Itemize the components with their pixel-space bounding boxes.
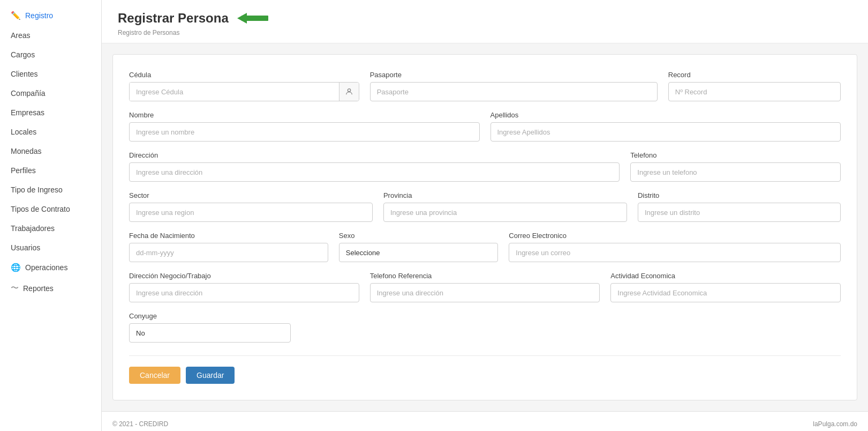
nombre-label: Nombre: [129, 111, 480, 119]
conyugue-select[interactable]: No Sí: [129, 323, 291, 343]
pasaporte-label: Pasaporte: [370, 71, 658, 79]
chart-icon: 〜: [11, 283, 19, 293]
sexo-select[interactable]: Seleccione Masculino Femenino: [339, 243, 498, 262]
direccion-input[interactable]: [129, 162, 620, 182]
sexo-group: Sexo Seleccione Masculino Femenino: [339, 232, 498, 262]
telefono-ref-input[interactable]: [370, 283, 600, 302]
telefono-input[interactable]: [630, 162, 841, 182]
main-content: Registrar Persona Registro de Personas C…: [102, 0, 868, 431]
row-fecha-sexo-correo: Fecha de Nacimiento Sexo Seleccione Masc…: [129, 232, 841, 262]
form-actions: Cancelar Guardar: [129, 355, 841, 384]
back-arrow-icon: [237, 10, 275, 27]
sector-input[interactable]: [129, 203, 373, 222]
sidebar-item-locales[interactable]: Locales: [0, 122, 101, 142]
row-cedula-pasaporte-record: Cédula Pasaporte Record: [129, 71, 841, 101]
cedula-input[interactable]: [130, 83, 339, 101]
sidebar-item-cargos[interactable]: Cargos: [0, 45, 101, 64]
breadcrumb: Registro de Personas: [118, 29, 852, 36]
apellidos-group: Apellidos: [490, 111, 841, 142]
cedula-input-wrapper: [129, 82, 359, 101]
telefono-ref-label: Telefono Referencia: [370, 272, 600, 280]
record-group: Record: [668, 71, 841, 101]
fecha-nacimiento-label: Fecha de Nacimiento: [129, 232, 328, 240]
sidebar-item-compania[interactable]: Compañía: [0, 84, 101, 103]
correo-group: Correo Electronico: [509, 232, 841, 262]
sidebar-item-operaciones[interactable]: 🌐 Operaciones: [0, 257, 101, 278]
cancel-button[interactable]: Cancelar: [129, 367, 180, 384]
sexo-label: Sexo: [339, 232, 498, 240]
sidebar-item-empresas[interactable]: Empresas: [0, 103, 101, 122]
correo-label: Correo Electronico: [509, 232, 841, 240]
actividad-economica-input[interactable]: [610, 283, 841, 302]
save-button[interactable]: Guardar: [186, 367, 235, 384]
actividad-economica-group: Actividad Economica: [610, 272, 841, 302]
cedula-group: Cédula: [129, 71, 359, 101]
edit-icon: ✏️: [11, 11, 21, 20]
provincia-label: Provincia: [383, 191, 627, 199]
distrito-group: Distrito: [638, 191, 841, 222]
sidebar-item-monedas[interactable]: Monedas: [0, 142, 101, 161]
sidebar-item-reportes[interactable]: 〜 Reportes: [0, 278, 101, 299]
globe-icon: 🌐: [11, 263, 21, 272]
nombre-group: Nombre: [129, 111, 480, 142]
sector-label: Sector: [129, 191, 373, 199]
distrito-label: Distrito: [638, 191, 841, 199]
svg-rect-2: [241, 16, 248, 21]
conyugue-group: Conyuge No Sí: [129, 312, 291, 343]
telefono-label: Telefono: [630, 151, 841, 159]
distrito-input[interactable]: [638, 203, 841, 222]
apellidos-input[interactable]: [490, 122, 841, 142]
cedula-label: Cédula: [129, 71, 359, 79]
telefono-group: Telefono: [630, 151, 841, 182]
nombre-input[interactable]: [129, 122, 480, 142]
provincia-input[interactable]: [383, 203, 627, 222]
direccion-negocio-input[interactable]: [129, 283, 359, 302]
page-header: Registrar Persona Registro de Personas: [102, 0, 868, 43]
row-nombre-apellidos: Nombre Apellidos: [129, 111, 841, 142]
sidebar-item-tipo-ingreso[interactable]: Tipo de Ingreso: [0, 180, 101, 199]
correo-input[interactable]: [509, 243, 841, 262]
fecha-nacimiento-input[interactable]: [129, 243, 328, 262]
record-label: Record: [668, 71, 841, 79]
page-title: Registrar Persona: [118, 11, 229, 26]
svg-rect-0: [247, 16, 268, 21]
sidebar-item-usuarios[interactable]: Usuarios: [0, 238, 101, 257]
footer-copyright: © 2021 - CREDIRD: [112, 420, 168, 428]
row-sector-provincia-distrito: Sector Provincia Distrito: [129, 191, 841, 222]
actividad-economica-label: Actividad Economica: [610, 272, 841, 280]
record-input[interactable]: [668, 82, 841, 101]
fecha-nacimiento-group: Fecha de Nacimiento: [129, 232, 328, 262]
direccion-label: Dirección: [129, 151, 620, 159]
svg-point-3: [348, 89, 350, 92]
sidebar-item-areas[interactable]: Areas: [0, 26, 101, 45]
sidebar-item-trabajadores[interactable]: Trabajadores: [0, 219, 101, 238]
sidebar: ✏️ Registro Areas Cargos Clientes Compañ…: [0, 0, 102, 431]
row-conyugue: Conyuge No Sí: [129, 312, 841, 343]
telefono-ref-group: Telefono Referencia: [370, 272, 600, 302]
direccion-group: Dirección: [129, 151, 620, 182]
sidebar-item-perfiles[interactable]: Perfiles: [0, 161, 101, 180]
footer: © 2021 - CREDIRD laPulga.com.do: [102, 411, 868, 431]
footer-brand: laPulga.com.do: [813, 420, 857, 428]
sector-group: Sector: [129, 191, 373, 222]
provincia-group: Provincia: [383, 191, 627, 222]
pasaporte-input[interactable]: [370, 82, 658, 101]
cedula-user-button[interactable]: [339, 83, 359, 101]
direccion-negocio-label: Dirección Negocio/Trabajo: [129, 272, 359, 280]
form-card: Cédula Pasaporte Record: [112, 54, 857, 400]
apellidos-label: Apellidos: [490, 111, 841, 119]
pasaporte-group: Pasaporte: [370, 71, 658, 101]
sidebar-item-registro[interactable]: ✏️ Registro: [0, 5, 101, 26]
direccion-negocio-group: Dirección Negocio/Trabajo: [129, 272, 359, 302]
sidebar-item-clientes[interactable]: Clientes: [0, 64, 101, 84]
row-direccion-telefono: Dirección Telefono: [129, 151, 841, 182]
row-negocio-telefref-actividad: Dirección Negocio/Trabajo Telefono Refer…: [129, 272, 841, 302]
conyugue-label: Conyuge: [129, 312, 291, 320]
sidebar-item-tipos-contrato[interactable]: Tipos de Contrato: [0, 199, 101, 219]
